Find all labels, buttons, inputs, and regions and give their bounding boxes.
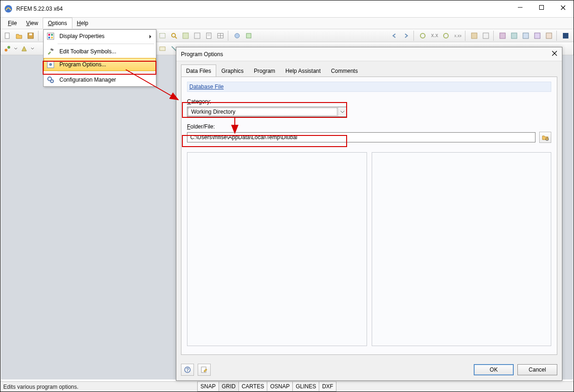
menu-file[interactable]: File [3,18,21,28]
dialog-titlebar: Program Options [176,47,562,61]
menu-config-manager[interactable]: Configuration Manager [44,73,156,86]
menu-separator [58,72,154,72]
svg-rect-10 [160,33,165,38]
close-button[interactable] [552,0,574,14]
status-cartes[interactable]: CARTES [239,381,267,392]
tb-icon-generic[interactable] [441,31,451,41]
svg-point-0 [5,5,12,13]
tb-doc-icon[interactable] [204,31,214,41]
svg-point-35 [5,49,7,51]
minimize-button[interactable] [510,0,531,14]
browse-folder-button[interactable] [539,132,551,143]
window-controls [510,0,574,14]
category-label: Category: [187,98,551,105]
tb-icon-generic[interactable] [244,31,254,41]
tb-icon-generic[interactable] [481,31,491,41]
window-title: RFEM 5.22.03 x64 [16,6,63,12]
tb-icon-generic[interactable]: x.xx [429,31,439,41]
svg-point-25 [444,33,448,38]
status-dxf[interactable]: DXF [319,381,336,392]
folder-label: Folder/File: [187,123,551,130]
preview-panes [187,152,551,346]
cancel-button[interactable]: Cancel [517,364,557,375]
svg-rect-33 [546,33,552,39]
tb-icon-generic[interactable] [469,31,479,41]
tb-icon-generic[interactable] [181,31,191,41]
svg-text:?: ? [186,367,189,373]
titlebar: RFEM 5.22.03 x64 [0,0,574,17]
menu-view[interactable]: View [21,18,43,28]
tab-program[interactable]: Program [249,64,280,77]
tb-zoom-icon[interactable] [169,31,179,41]
menu-separator [58,44,154,44]
combobox-value: Working Directory [188,108,337,116]
options-dropdown: Display Properties Edit Toolbar Symbols.… [43,29,156,87]
tb-icon-generic[interactable]: x.xx [452,31,463,41]
tb-icon-generic[interactable] [521,31,531,41]
status-hint: Edits various program options. [3,384,78,390]
tb-icon-generic[interactable] [232,31,242,41]
menu-program-options[interactable]: Program Options... [44,58,156,71]
tb-table-icon[interactable] [215,31,226,41]
menubar: File View Options Help [0,17,574,29]
tb-nav-next-icon[interactable] [401,31,411,41]
defaults-button[interactable] [198,364,211,376]
status-toggles: SNAP GRID CARTES OSNAP GLINES DXF [198,381,336,392]
chevron-down-icon[interactable] [338,107,346,116]
svg-rect-41 [51,34,53,36]
tab-graphics[interactable]: Graphics [216,64,249,77]
note-pencil-icon [200,366,208,373]
tb-nav-prev-icon[interactable] [389,31,400,41]
dialog-footer: ? OK Cancel [181,364,557,376]
tab-help-assistant[interactable]: Help Assistant [280,64,326,77]
tb-save-icon[interactable] [26,31,36,41]
tab-data-files[interactable]: Data Files [181,64,216,77]
status-glines[interactable]: GLINES [292,381,319,392]
svg-rect-37 [160,47,165,51]
tb-icon-generic[interactable] [19,44,29,54]
tb-icon-generic[interactable] [532,31,542,41]
svg-rect-2 [540,6,544,10]
tb-icon-generic[interactable] [157,44,168,54]
tb-icon-generic[interactable] [561,31,571,41]
tab-comments[interactable]: Comments [326,64,363,77]
section-database-file: Database File [187,82,551,92]
tb-icon-generic[interactable] [418,31,428,41]
tab-body: Database File Category: Working Director… [181,77,557,355]
tb-icon-generic[interactable] [497,31,508,41]
svg-rect-29 [500,33,505,39]
app-icon [4,5,13,13]
chevron-down-icon[interactable] [31,46,34,51]
category-combobox[interactable]: Working Directory [187,107,347,117]
dialog-close-button[interactable] [552,51,557,58]
dialog-title: Program Options [181,51,223,58]
folder-path-input[interactable] [187,132,535,142]
maximize-button[interactable] [531,0,552,14]
menu-display-properties[interactable]: Display Properties [44,30,156,43]
svg-point-21 [235,33,239,38]
ok-button[interactable]: OK [474,364,514,375]
tb-new-icon[interactable] [2,31,13,41]
svg-rect-31 [523,33,529,39]
tb-icon-generic[interactable] [192,31,202,41]
help-button[interactable]: ? [181,364,194,376]
tb-icon-generic[interactable] [157,31,168,41]
tb-icon-generic[interactable] [544,31,554,41]
chevron-down-icon[interactable] [14,46,18,51]
tb-icon-generic[interactable] [509,31,519,41]
status-grid[interactable]: GRID [219,381,239,392]
status-snap[interactable]: SNAP [197,381,219,392]
menu-options[interactable]: Options [43,18,72,29]
options-icon [46,60,55,69]
submenu-arrow-icon [148,34,152,40]
menu-help[interactable]: Help [72,18,93,28]
svg-rect-28 [483,33,489,39]
status-osnap[interactable]: OSNAP [267,381,293,392]
dialog-tabs: Data Files Graphics Program Help Assista… [176,61,562,77]
tb-icon-generic[interactable] [2,44,13,54]
tb-open-icon[interactable] [14,31,24,41]
svg-rect-32 [535,33,540,39]
menu-edit-toolbar[interactable]: Edit Toolbar Symbols... [44,45,156,58]
svg-rect-27 [471,33,477,39]
program-options-dialog: Program Options Data Files Graphics Prog… [176,47,562,381]
